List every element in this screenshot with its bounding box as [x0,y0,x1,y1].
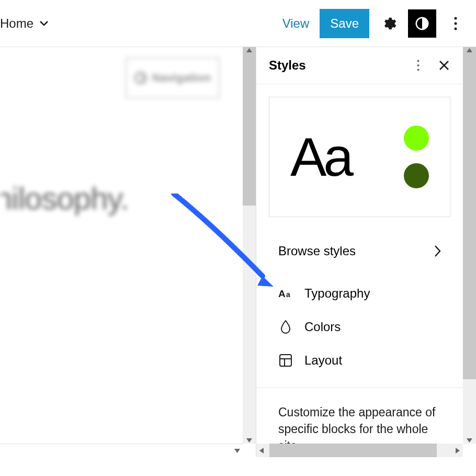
view-button[interactable]: View [277,12,315,35]
color-swatches [404,126,429,188]
scroll-down-icon [467,438,472,443]
styles-sidebar: Styles Aa Browse styles [256,47,476,457]
svg-text:A: A [278,288,286,299]
typography-icon: Aa [278,286,293,301]
gear-icon [381,16,396,31]
typography-label: Typography [304,286,370,301]
close-icon [439,60,449,71]
style-preview-card: Aa [269,97,450,217]
scroll-right-icon [456,448,460,454]
more-options-button[interactable] [441,9,470,38]
breadcrumb[interactable]: Home [0,16,48,31]
svg-point-6 [417,69,419,71]
typography-option[interactable]: Aa Typography [269,277,450,310]
scroll-down-icon [246,438,252,443]
droplet-icon [278,320,293,334]
home-label: Home [0,16,33,31]
navigation-block-label: Navigation [152,71,211,85]
svg-point-5 [417,64,419,66]
settings-button[interactable] [375,9,403,38]
typography-sample: Aa [290,126,350,188]
save-button[interactable]: Save [320,9,369,38]
layout-label: Layout [304,353,342,368]
colors-option[interactable]: Colors [269,310,450,344]
svg-point-2 [455,22,457,25]
canvas-content: Navigation hilosophy. [0,47,243,444]
editor-canvas: Navigation hilosophy. [0,47,256,457]
scroll-down-icon [234,449,240,453]
canvas-heading-text: hilosophy. [0,180,129,217]
style-options-list: Aa Typography Colors Layout [269,277,450,377]
navigation-block[interactable]: Navigation [126,58,220,98]
styles-more-button[interactable] [409,56,427,75]
browse-styles-button[interactable]: Browse styles [269,236,450,266]
svg-point-3 [455,27,457,30]
svg-point-4 [417,60,419,62]
customize-description: Customize the appearance of specific blo… [256,388,463,444]
svg-point-1 [455,17,457,19]
styles-panel-title: Styles [269,58,306,73]
top-toolbar: Home View Save [0,0,476,47]
more-vertical-icon [417,60,420,71]
layout-option[interactable]: Layout [269,344,450,377]
scroll-up-icon [467,48,472,52]
toolbar-actions: View Save [277,9,470,38]
styles-header-actions [409,56,454,75]
browse-styles-label: Browse styles [278,244,356,258]
more-vertical-icon [454,17,457,30]
chevron-down-icon [40,21,48,26]
colors-label: Colors [304,320,341,334]
styles-panel-header: Styles [256,47,463,84]
sidebar-content: Styles Aa Browse styles [256,47,463,444]
main-area: Navigation hilosophy. Styles [0,47,476,457]
scrollbar-thumb[interactable] [463,47,476,379]
scroll-left-icon [259,448,264,454]
styles-toggle-button[interactable] [408,9,436,38]
canvas-bottom-edge [0,444,243,457]
scrollbar-thumb[interactable] [243,47,256,206]
layout-icon [278,353,293,368]
canvas-vertical-scrollbar[interactable] [243,47,256,444]
svg-rect-9 [280,355,291,366]
sidebar-vertical-scrollbar[interactable] [463,47,476,444]
sidebar-horizontal-scrollbar[interactable] [256,444,463,457]
scroll-up-icon [246,48,252,52]
scrollbar-thumb[interactable] [269,444,437,457]
close-styles-button[interactable] [435,56,454,75]
svg-text:a: a [286,290,290,299]
color-swatch-light [404,126,429,151]
color-swatch-dark [404,163,429,188]
compass-icon [134,72,147,84]
chevron-right-icon [435,245,441,257]
contrast-icon [414,16,430,31]
